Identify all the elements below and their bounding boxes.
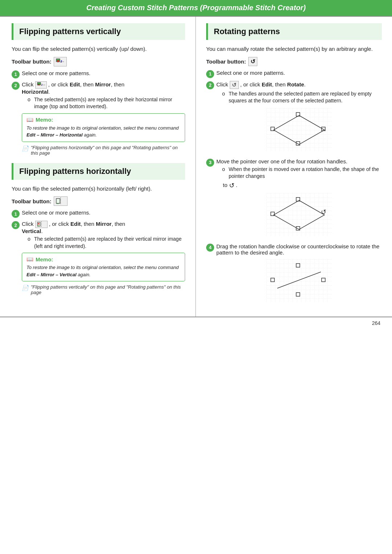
step-fv-1-text: Select one or more patterns. bbox=[22, 70, 90, 76]
memo-fh-text: To restore the image to its original ori… bbox=[26, 264, 180, 278]
rotate-diagram-3 bbox=[216, 259, 382, 303]
svg-text:J: J bbox=[60, 60, 62, 63]
rotate-toolbar-label: Toolbar button: bbox=[206, 58, 246, 65]
svg-text:M: M bbox=[38, 225, 39, 227]
section-title-rotate: Rotating patterns bbox=[206, 23, 382, 40]
step-fv-1: 1 Select one or more patterns. bbox=[12, 70, 185, 78]
step-fv-2-icon: R J bbox=[35, 81, 47, 89]
step-r-4-text: Drag the rotation handle clockwise or co… bbox=[216, 243, 379, 256]
right-column: Rotating patterns You can manually rotat… bbox=[196, 17, 392, 317]
page-content: Flipping patterns vertically You can fli… bbox=[0, 17, 392, 317]
flip-horizontal-intro: You can flip the selected pattern(s) hor… bbox=[12, 185, 185, 193]
sub-fh-2-1: The selected pattern(s) are replaced by … bbox=[28, 236, 185, 250]
step-fh-2-after: , or click Edit, then Mirror, then bbox=[49, 221, 125, 227]
left-column: Flipping patterns vertically You can fli… bbox=[0, 17, 196, 317]
step-r-4: 4 Drag the rotation handle clockwise or … bbox=[206, 243, 382, 306]
sub-fv-2-1: The selected pattern(s) are replaced by … bbox=[28, 96, 185, 110]
step-fh-2-bold: Vertical bbox=[22, 228, 41, 234]
step-r-1: 1 Select one or more patterns. bbox=[206, 70, 382, 78]
step-r-2-subbullets: The handles around the selected pattern … bbox=[216, 90, 382, 105]
step-fh-2-icon: R M bbox=[35, 221, 48, 228]
sub-r-2-1: The handles around the selected pattern … bbox=[222, 90, 382, 105]
ref-fv-icon: 📄 bbox=[22, 145, 29, 152]
step-fv-2-subbullets: The selected pattern(s) are replaced by … bbox=[22, 96, 185, 110]
step-r-2-after: , or click Edit, then Rotate. bbox=[240, 81, 306, 87]
rotate-toolbar-row: Toolbar button: ↺ bbox=[206, 57, 382, 66]
flip-horizontal-steps: 1 Select one or more patterns. 2 Click R… bbox=[12, 209, 185, 299]
memo-fh: 📖 Memo: To restore the image to its orig… bbox=[22, 253, 185, 281]
rotate-diagram-2: ↺ bbox=[216, 193, 382, 237]
flip-vertical-toolbar-icon: R J bbox=[54, 57, 67, 66]
memo-fv-title: Memo: bbox=[36, 117, 53, 123]
step-fh-1: 1 Select one or more patterns. bbox=[12, 209, 185, 218]
flip-vertical-toolbar-row: Toolbar button: R J bbox=[12, 57, 185, 66]
svg-text:R: R bbox=[57, 60, 60, 63]
flip-horizontal-toolbar-row: Toolbar button: R M bbox=[12, 196, 185, 206]
memo-fh-book-icon: 📖 bbox=[26, 256, 33, 262]
step-fv-2-after: , or click Edit, then Mirror, then bbox=[48, 81, 124, 87]
rotate-intro: You can manually rotate the selected pat… bbox=[206, 45, 382, 53]
step-fh-1-text: Select one or more patterns. bbox=[22, 209, 90, 216]
flip-horizontal-toolbar-label: Toolbar button: bbox=[12, 198, 52, 204]
page-number: 264 bbox=[372, 320, 380, 326]
step-r-3-text: Move the pointer over one of the four ro… bbox=[216, 158, 347, 164]
step-fv-2-bold: Horizontal bbox=[22, 89, 48, 95]
section-title-flip-horizontal: Flipping patterns horizontally bbox=[12, 163, 185, 180]
page-footer: 264 bbox=[0, 317, 392, 329]
flip-vertical-steps: 1 Select one or more patterns. 2 Click R… bbox=[12, 70, 185, 159]
step-fv-2-click: Click bbox=[22, 81, 34, 87]
memo-fh-title: Memo: bbox=[36, 256, 53, 262]
step-fv-2: 2 Click R J , or click Edit, then Mirror… bbox=[12, 81, 185, 159]
svg-rect-12 bbox=[56, 199, 60, 203]
flip-horizontal-toolbar-icon: R M bbox=[54, 196, 68, 206]
step-fh-2-subbullets: The selected pattern(s) are replaced by … bbox=[22, 236, 185, 250]
ref-fh-icon: 📄 bbox=[22, 285, 29, 291]
memo-book-icon: 📖 bbox=[26, 117, 33, 123]
ref-fh: 📄 "Flipping patterns vertically" on this… bbox=[22, 284, 185, 295]
header-title: Creating Custom Stitch Patterns (Program… bbox=[86, 4, 306, 12]
section-title-flip-vertical: Flipping patterns vertically bbox=[12, 23, 185, 40]
step-fh-2: 2 Click R M , or click Edit, then Mirror… bbox=[12, 221, 185, 299]
step-r-2-click: Click bbox=[216, 81, 230, 87]
memo-fv-text: To restore the image to its original ori… bbox=[26, 125, 180, 139]
memo-fv: 📖 Memo: To restore the image to its orig… bbox=[22, 113, 185, 142]
header-bar: Creating Custom Stitch Patterns (Program… bbox=[0, 0, 392, 16]
ref-fv-text: "Flipping patterns horizontally" on this… bbox=[31, 145, 185, 156]
ref-fh-text: "Flipping patterns vertically" on this p… bbox=[31, 284, 185, 295]
sub-r-3-1: When the pointer is moved over a rotatio… bbox=[222, 166, 382, 180]
flip-vertical-toolbar-label: Toolbar button: bbox=[12, 58, 52, 65]
rotate-to-text: to ↺ . bbox=[223, 182, 382, 190]
step-r-1-text: Select one or more patterns. bbox=[216, 70, 285, 76]
rotate-steps: 1 Select one or more patterns. 2 Click ↺… bbox=[206, 70, 382, 306]
step-r-2-icon: ↺ bbox=[230, 81, 239, 89]
step-r-2: 2 Click ↺ , or click Edit, then Rotate. … bbox=[206, 81, 382, 155]
rotate-toolbar-icon: ↺ bbox=[248, 57, 257, 66]
step-r-3-subbullets: When the pointer is moved over a rotatio… bbox=[216, 166, 382, 180]
rotate-cursor-symbol: ↺ bbox=[229, 182, 234, 189]
step-r-3: 3 Move the pointer over one of the four … bbox=[206, 158, 382, 240]
svg-text:↺: ↺ bbox=[321, 208, 326, 216]
step-fh-2-click: Click bbox=[22, 221, 35, 227]
flip-vertical-intro: You can flip the selected pattern(s) ver… bbox=[12, 45, 185, 53]
rotate-diagram-1 bbox=[216, 108, 382, 152]
ref-fv: 📄 "Flipping patterns horizontally" on th… bbox=[22, 145, 185, 156]
